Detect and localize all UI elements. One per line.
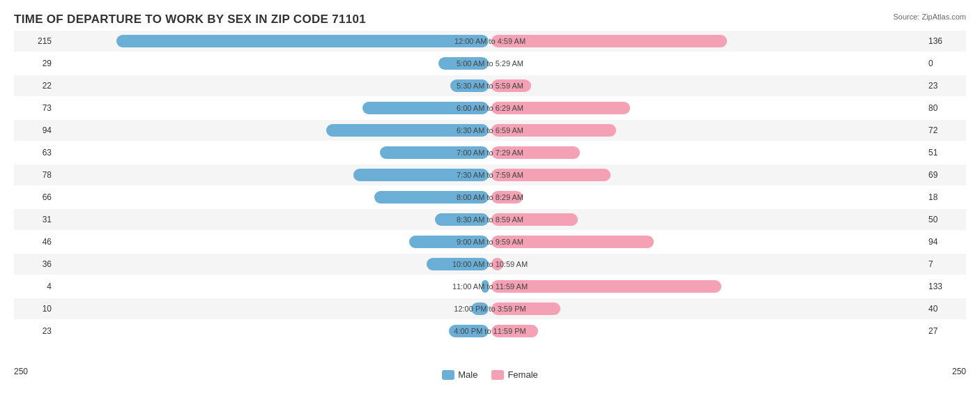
male-bar-wrap: [56, 325, 490, 337]
female-value: 72: [924, 125, 966, 135]
female-value: 136: [924, 36, 966, 46]
male-bar-wrap: [56, 258, 490, 270]
axis-left: 250: [14, 367, 56, 380]
bars-center: 12:00 PM to 3:59 PM: [56, 298, 924, 319]
male-value: 31: [14, 215, 56, 224]
table-row: 736:00 AM to 6:29 AM80: [14, 98, 966, 118]
female-bar-wrap: [490, 236, 924, 248]
table-row: 411:00 AM to 11:59 AM133: [14, 276, 966, 297]
male-bar-wrap: [56, 302, 490, 315]
male-bar-wrap: [56, 236, 490, 248]
bars-center: 8:30 AM to 8:59 AM: [56, 209, 924, 230]
male-bar: [449, 325, 489, 337]
bars-center: 5:30 AM to 5:59 AM: [56, 75, 924, 96]
female-bar: [491, 191, 523, 204]
female-bar: [491, 124, 616, 137]
female-value: 94: [924, 237, 966, 247]
male-value: 29: [14, 59, 56, 68]
female-value: 40: [924, 304, 966, 314]
male-bar: [362, 102, 489, 114]
male-value: 4: [14, 282, 56, 291]
male-bar: [438, 57, 489, 70]
female-bar: [491, 325, 538, 337]
table-row: 3610:00 AM to 10:59 AM7: [14, 254, 966, 275]
female-bar-wrap: [490, 213, 924, 226]
bars-center: 7:30 AM to 7:59 AM: [56, 164, 924, 185]
male-value: 66: [14, 192, 56, 202]
female-bar-wrap: [490, 325, 924, 337]
female-bar-wrap: [490, 169, 924, 181]
female-bar: [491, 213, 578, 226]
bars-center: 9:00 AM to 9:59 AM: [56, 231, 924, 252]
table-row: 318:30 AM to 8:59 AM50: [14, 209, 966, 230]
bars-center: 7:00 AM to 7:29 AM: [56, 142, 924, 163]
female-bar-wrap: [490, 191, 924, 204]
table-row: 234:00 PM to 11:59 PM27: [14, 321, 966, 342]
table-row: 469:00 AM to 9:59 AM94: [14, 231, 966, 252]
female-bar: [491, 280, 721, 293]
female-value: 7: [924, 259, 966, 269]
axis-row: 250 Male Female 250: [14, 362, 966, 380]
chart-title: TIME OF DEPARTURE TO WORK BY SEX IN ZIP …: [14, 13, 966, 26]
female-value: 23: [924, 81, 966, 91]
male-bar: [326, 124, 489, 137]
male-bar-wrap: [56, 124, 490, 137]
male-bar-wrap: [56, 102, 490, 114]
female-value: 18: [924, 192, 966, 202]
table-row: 668:00 AM to 8:29 AM18: [14, 187, 966, 208]
table-row: 637:00 AM to 7:29 AM51: [14, 142, 966, 163]
male-bar: [353, 169, 489, 181]
female-bar-wrap: [490, 280, 924, 293]
male-bar-wrap: [56, 146, 490, 159]
bars-center: 5:00 AM to 5:29 AM: [56, 53, 924, 74]
bars-center: 6:00 AM to 6:29 AM: [56, 98, 924, 118]
male-bar-wrap: [56, 191, 490, 204]
male-bar-wrap: [56, 169, 490, 181]
bars-center: 4:00 PM to 11:59 PM: [56, 321, 924, 342]
female-value: 69: [924, 170, 966, 180]
female-bar-wrap: [490, 79, 924, 92]
female-legend-label: Female: [507, 369, 537, 380]
female-value: 0: [924, 59, 966, 68]
source-text: Source: ZipAtlas.com: [893, 13, 966, 21]
table-row: 295:00 AM to 5:29 AM0: [14, 53, 966, 74]
bars-center: 12:00 AM to 4:59 AM: [56, 31, 924, 52]
male-legend-box: [442, 370, 454, 380]
female-value: 27: [924, 326, 966, 336]
male-bar: [380, 146, 489, 159]
male-value: 78: [14, 170, 56, 180]
legend-female: Female: [491, 369, 537, 380]
female-value: 51: [924, 148, 966, 158]
male-bar-wrap: [56, 57, 490, 70]
axis-right: 250: [924, 367, 966, 380]
female-bar: [491, 258, 503, 270]
male-bar-wrap: [56, 280, 490, 293]
male-value: 22: [14, 81, 56, 91]
female-bar-wrap: [490, 35, 924, 47]
table-row: 1012:00 PM to 3:59 PM40: [14, 298, 966, 319]
male-bar-wrap: [56, 79, 490, 92]
male-value: 46: [14, 237, 56, 247]
bars-center: 8:00 AM to 8:29 AM: [56, 187, 924, 208]
male-value: 10: [14, 304, 56, 314]
female-bar-wrap: [490, 258, 924, 270]
female-bar: [491, 79, 531, 92]
legend-male: Male: [442, 369, 477, 380]
chart-area: 21512:00 AM to 4:59 AM136295:00 AM to 5:…: [14, 31, 966, 362]
bars-center: 11:00 AM to 11:59 AM: [56, 276, 924, 297]
table-row: 21512:00 AM to 4:59 AM136: [14, 31, 966, 52]
male-value: 23: [14, 326, 56, 336]
male-value: 94: [14, 125, 56, 135]
bars-center: 6:30 AM to 6:59 AM: [56, 120, 924, 141]
bars-center: 10:00 AM to 10:59 AM: [56, 254, 924, 275]
male-bar: [116, 35, 489, 47]
male-bar: [435, 213, 489, 226]
male-bar: [471, 302, 489, 315]
female-value: 133: [924, 282, 966, 291]
female-bar: [491, 102, 630, 114]
male-bar-wrap: [56, 35, 490, 47]
female-legend-box: [491, 370, 504, 380]
female-bar: [491, 146, 580, 159]
female-bar: [491, 302, 560, 315]
male-bar: [450, 79, 489, 92]
